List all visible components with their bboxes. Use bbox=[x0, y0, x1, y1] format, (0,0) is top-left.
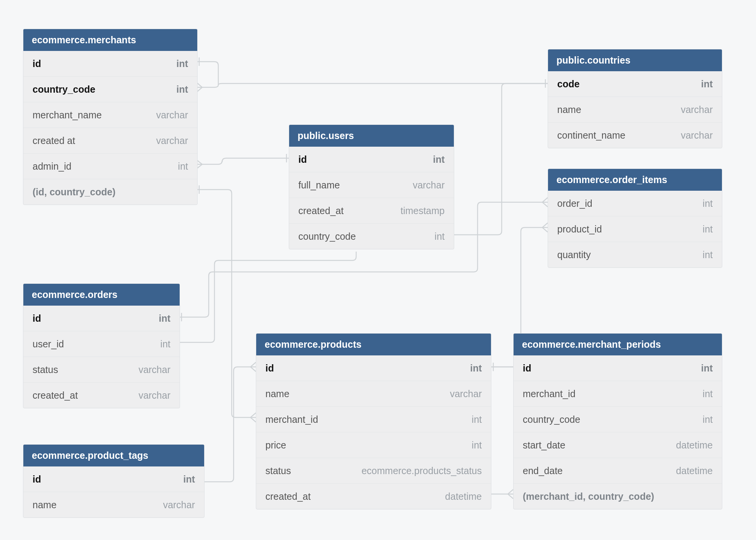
col-status[interactable]: statusvarchar bbox=[23, 357, 180, 382]
col-admin-id[interactable]: admin_idint bbox=[23, 153, 197, 179]
table-header[interactable]: public.users bbox=[289, 125, 454, 147]
erd-canvas[interactable]: ecommerce.merchants idint country_codein… bbox=[0, 0, 756, 540]
table-header[interactable]: ecommerce.merchants bbox=[23, 29, 197, 51]
table-header[interactable]: ecommerce.orders bbox=[23, 284, 180, 306]
col-id[interactable]: idint bbox=[289, 147, 454, 172]
col-end-date[interactable]: end_datedatetime bbox=[514, 458, 722, 483]
col-status[interactable]: statusecommerce.products_status bbox=[256, 458, 491, 483]
table-ecommerce-merchant-periods[interactable]: ecommerce.merchant_periods idint merchan… bbox=[513, 333, 722, 509]
table-ecommerce-order-items[interactable]: ecommerce.order_items order_idint produc… bbox=[548, 169, 722, 268]
col-code[interactable]: codeint bbox=[548, 71, 722, 97]
col-id[interactable]: idint bbox=[514, 355, 722, 381]
col-name[interactable]: namevarchar bbox=[548, 97, 722, 122]
col-created-at[interactable]: created atvarchar bbox=[23, 128, 197, 153]
col-name[interactable]: namevarchar bbox=[23, 492, 204, 517]
col-country-code[interactable]: country_codeint bbox=[289, 223, 454, 249]
table-public-users[interactable]: public.users idint full_namevarchar crea… bbox=[289, 124, 454, 249]
col-product-id[interactable]: product_idint bbox=[548, 216, 722, 242]
col-country-code[interactable]: country_codeint bbox=[23, 76, 197, 102]
col-id[interactable]: idint bbox=[256, 355, 491, 381]
col-country-code[interactable]: country_codeint bbox=[514, 406, 722, 432]
table-public-countries[interactable]: public.countries codeint namevarchar con… bbox=[548, 49, 722, 148]
col-user-id[interactable]: user_idint bbox=[23, 331, 180, 357]
table-ecommerce-product-tags[interactable]: ecommerce.product_tags idint namevarchar bbox=[23, 444, 205, 518]
col-order-id[interactable]: order_idint bbox=[548, 191, 722, 216]
table-header[interactable]: public.countries bbox=[548, 49, 722, 71]
col-id[interactable]: idint bbox=[23, 306, 180, 331]
table-header[interactable]: ecommerce.product_tags bbox=[23, 445, 204, 466]
col-merchant-id[interactable]: merchant_idint bbox=[256, 406, 491, 432]
col-continent-name[interactable]: continent_namevarchar bbox=[548, 122, 722, 148]
col-start-date[interactable]: start_datedatetime bbox=[514, 432, 722, 458]
table-ecommerce-orders[interactable]: ecommerce.orders idint user_idint status… bbox=[23, 283, 180, 408]
col-created-at[interactable]: created_atvarchar bbox=[23, 382, 180, 408]
composite-index[interactable]: (merchant_id, country_code) bbox=[514, 483, 722, 509]
col-merchant-id[interactable]: merchant_idint bbox=[514, 381, 722, 406]
col-id[interactable]: idint bbox=[23, 466, 204, 492]
col-full-name[interactable]: full_namevarchar bbox=[289, 172, 454, 198]
col-merchant-name[interactable]: merchant_namevarchar bbox=[23, 102, 197, 128]
col-quantity[interactable]: quantityint bbox=[548, 242, 722, 267]
table-ecommerce-merchants[interactable]: ecommerce.merchants idint country_codein… bbox=[23, 29, 198, 205]
table-header[interactable]: ecommerce.merchant_periods bbox=[514, 334, 722, 355]
col-price[interactable]: priceint bbox=[256, 432, 491, 458]
col-name[interactable]: namevarchar bbox=[256, 381, 491, 406]
table-header[interactable]: ecommerce.products bbox=[256, 334, 491, 355]
table-ecommerce-products[interactable]: ecommerce.products idint namevarchar mer… bbox=[256, 333, 491, 509]
table-header[interactable]: ecommerce.order_items bbox=[548, 169, 722, 191]
col-id[interactable]: idint bbox=[23, 51, 197, 76]
col-created-at[interactable]: created_attimestamp bbox=[289, 198, 454, 223]
composite-index[interactable]: (id, country_code) bbox=[23, 179, 197, 205]
col-created-at[interactable]: created_atdatetime bbox=[256, 483, 491, 509]
